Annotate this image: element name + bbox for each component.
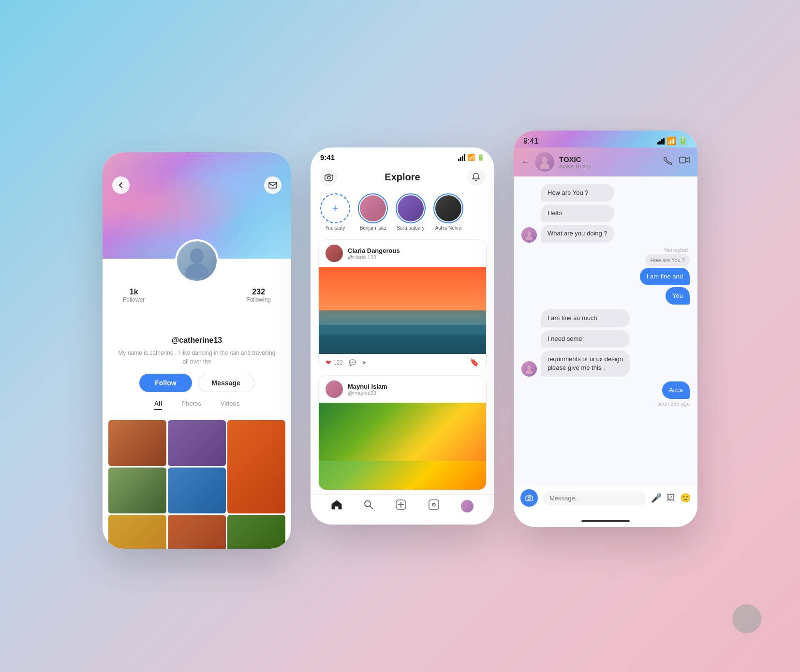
svg-point-2 — [185, 263, 208, 278]
photo-cell[interactable] — [227, 420, 285, 513]
svg-point-13 — [527, 231, 531, 236]
phone-profile: 1k Follower 232 Following @catherine13 M… — [103, 152, 291, 549]
camera-button[interactable] — [320, 168, 338, 186]
svg-point-16 — [526, 370, 533, 374]
chat-wifi-icon: 📶 — [667, 136, 676, 146]
nav-home-button[interactable] — [331, 500, 342, 512]
message-row-received-1: How are You ? Hello What are you doing ? — [521, 184, 690, 243]
nav-search-button[interactable] — [364, 500, 373, 512]
svg-point-1 — [190, 248, 204, 264]
svg-rect-17 — [526, 496, 533, 501]
story-avatar — [360, 195, 386, 221]
share-button[interactable]: ➤ — [362, 359, 367, 366]
bookmark-button[interactable]: 🔖 — [470, 358, 479, 367]
follow-button[interactable]: Follow — [139, 374, 192, 392]
home-indicator — [311, 520, 494, 525]
seen-label: seen 23h ago — [657, 401, 690, 407]
tab-all[interactable]: All — [154, 400, 163, 410]
svg-point-9 — [433, 504, 434, 505]
svg-point-5 — [365, 501, 370, 507]
chat-status-icons: 📶 🔋 — [657, 136, 688, 146]
tab-videos[interactable]: Videos — [221, 400, 240, 410]
nav-add-button[interactable] — [396, 499, 406, 512]
chat-bubble: I am fine so much — [541, 309, 630, 327]
microphone-icon[interactable]: 🎤 — [651, 493, 662, 503]
follower-stat: 1k Follower — [123, 288, 145, 331]
camera-input-button[interactable] — [520, 489, 538, 507]
received-bubbles-group-2: I am fine so much I need some requirment… — [541, 309, 630, 377]
photo-cell[interactable] — [108, 420, 166, 466]
like-button[interactable]: ❤ 122 — [326, 359, 343, 366]
status-icons: 📶 🔋 — [458, 154, 485, 161]
photo-cell[interactable] — [168, 420, 226, 466]
status-time: 9:41 — [320, 153, 335, 161]
reply-label: You replied — [664, 248, 688, 253]
status-bar-explore: 9:41 📶 🔋 — [311, 147, 494, 163]
photo-cell[interactable] — [227, 515, 285, 549]
following-label: Following — [246, 296, 271, 303]
share-icon: ➤ — [362, 359, 367, 366]
phones-container: 1k Follower 232 Following @catherine13 M… — [83, 104, 717, 568]
post-user-info: Claria Dangerous @claria 123 — [348, 247, 400, 260]
post-image-sunset[interactable] — [319, 267, 486, 354]
chat-bubble-sent: You — [666, 287, 690, 305]
tab-photos[interactable]: Photos — [181, 400, 201, 410]
follower-label: Follower — [123, 296, 145, 303]
comment-button[interactable]: 💬 — [349, 359, 356, 366]
chat-bubble: I need some — [541, 330, 630, 348]
video-call-button[interactable] — [679, 156, 690, 168]
signal-icon — [458, 154, 465, 161]
story-name: You stoty — [320, 225, 350, 231]
heart-icon: ❤ — [326, 359, 331, 366]
post-handle: @claria 123 — [348, 254, 400, 260]
svg-point-15 — [527, 365, 531, 370]
svg-rect-0 — [269, 182, 277, 188]
photo-cell[interactable] — [168, 515, 226, 549]
back-button[interactable] — [112, 176, 130, 194]
story-item[interactable]: Sara patoary — [396, 193, 426, 231]
post-user-info: Maynul Islam @maynul23 — [348, 383, 387, 396]
profile-actions: Follow Message — [103, 374, 291, 392]
received-bubbles-group: How are You ? Hello What are you doing ? — [541, 184, 614, 243]
mail-button[interactable] — [264, 176, 281, 194]
profile-username: @catherine13 — [103, 336, 291, 345]
photo-cell[interactable] — [108, 515, 166, 549]
contact-avatar-small — [521, 361, 537, 377]
photo-cell[interactable] — [168, 467, 226, 513]
story-ring — [396, 193, 426, 223]
notification-button[interactable] — [467, 168, 485, 186]
chat-action-buttons — [663, 156, 690, 168]
nav-reels-button[interactable] — [429, 499, 439, 512]
chat-status-bar: 9:41 📶 🔋 — [514, 131, 697, 147]
post-header: Claria Dangerous @claria 123 — [319, 240, 486, 267]
wifi-icon: 📶 — [467, 154, 475, 161]
floating-dot — [732, 604, 761, 633]
emoji-icon[interactable]: 🙂 — [680, 493, 691, 503]
chat-username: TOXIC — [559, 155, 658, 163]
message-input[interactable] — [543, 491, 646, 506]
reply-bubble: How are You ? — [645, 254, 690, 266]
post-image-parrot[interactable] — [319, 403, 486, 490]
story-item[interactable]: Ashis Nehra — [433, 193, 463, 231]
message-row-received-2: I am fine so much I need some requirment… — [521, 309, 690, 377]
nav-profile-button[interactable] — [461, 500, 474, 512]
story-item[interactable]: Benjam isita — [358, 193, 388, 231]
chat-bubble-sent: Acca — [662, 381, 690, 399]
svg-point-11 — [540, 163, 549, 169]
photo-cell[interactable] — [108, 467, 166, 513]
call-button[interactable] — [663, 156, 672, 168]
post-card-2: Maynul Islam @maynul23 — [318, 375, 487, 490]
svg-point-18 — [528, 497, 531, 500]
chat-back-button[interactable]: ← — [521, 157, 530, 167]
profile-tabs: All Photos Videos — [112, 400, 281, 414]
post-header: Maynul Islam @maynul23 — [319, 376, 486, 403]
story-add[interactable]: + You stoty — [320, 193, 350, 231]
chat-input-icons: 🎤 🖼 🙂 — [651, 493, 691, 503]
message-button[interactable]: Message — [198, 374, 254, 392]
image-icon[interactable]: 🖼 — [667, 493, 675, 503]
explore-title: Explore — [385, 172, 420, 183]
following-stat: 232 Following — [246, 288, 271, 331]
post-avatar — [326, 380, 343, 398]
photo-grid — [103, 420, 291, 549]
profile-header-bg — [103, 152, 291, 259]
